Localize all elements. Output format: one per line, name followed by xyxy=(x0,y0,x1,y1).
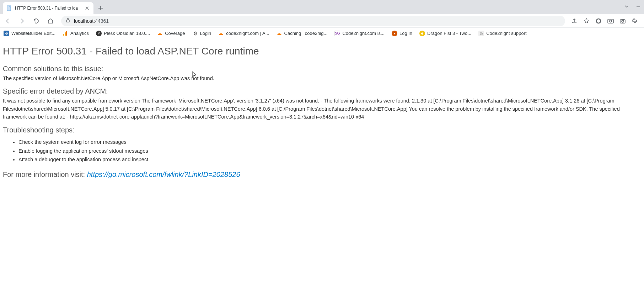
bookmark-item[interactable]: ◎Code2night support xyxy=(478,31,526,36)
common-solutions-text: The specified version of Microsoft.NetCo… xyxy=(3,74,641,82)
troubleshooting-step: Attach a debugger to the application pro… xyxy=(18,155,641,164)
tab-strip: HTTP Error 500.31 - Failed to loa xyxy=(0,0,644,14)
svg-point-2 xyxy=(596,19,601,23)
lens-icon[interactable] xyxy=(607,17,614,25)
svg-point-6 xyxy=(622,20,624,22)
tab-favicon xyxy=(6,5,12,11)
toolbar-right xyxy=(571,17,641,25)
bookmark-label: Analytics xyxy=(70,31,89,36)
minimize-icon[interactable] xyxy=(636,4,640,10)
bookmark-item[interactable]: Login xyxy=(192,31,211,36)
address-bar[interactable]: localhost:44361 xyxy=(61,16,565,26)
bookmark-item[interactable]: Coverage xyxy=(157,31,185,36)
bookmark-label: Code2night support xyxy=(486,31,526,36)
specific-error-text: It was not possible to find any compatib… xyxy=(3,97,641,121)
camera-icon[interactable] xyxy=(619,17,626,25)
bookmark-label: Code2night.com is... xyxy=(342,31,385,36)
svg-rect-1 xyxy=(66,20,69,22)
bookmark-item[interactable]: Analytics xyxy=(63,31,89,36)
svg-rect-10 xyxy=(66,31,67,36)
extension-circle-icon[interactable] xyxy=(595,17,602,25)
back-button[interactable] xyxy=(3,16,13,26)
bookmark-label: Login xyxy=(200,31,211,36)
tab-search-icon[interactable] xyxy=(624,4,629,10)
nav-buttons xyxy=(3,16,55,26)
common-solutions-heading: Common solutions to this issue: xyxy=(3,65,641,73)
svg-point-4 xyxy=(610,20,612,22)
forward-button[interactable] xyxy=(17,16,27,26)
window-controls xyxy=(624,0,644,14)
more-info: For more information visit: https://go.m… xyxy=(3,171,641,179)
bookmark-label: Log In xyxy=(399,31,412,36)
svg-rect-7 xyxy=(622,19,624,20)
tab-close-icon[interactable] xyxy=(84,5,90,11)
bookmark-icon: P xyxy=(96,31,102,36)
bookmark-label: Coverage xyxy=(165,31,185,36)
bookmark-item[interactable]: ●Log In xyxy=(392,31,412,36)
url-host: localhost:44361 xyxy=(74,18,109,24)
more-info-label: For more information visit: xyxy=(3,171,87,178)
specific-error-heading: Specific error detected by ANCM: xyxy=(3,87,641,95)
bookmark-label: Plesk Obsidian 18.0.... xyxy=(104,31,150,36)
tab-title: HTTP Error 500.31 - Failed to loa xyxy=(15,6,81,11)
bookmark-item[interactable]: Caching | code2nig... xyxy=(277,31,328,36)
bookmark-item[interactable]: ☻Dragon Fist 3 - Two... xyxy=(419,31,471,36)
bookmark-star-icon[interactable] xyxy=(583,17,590,25)
bookmark-icon: ● xyxy=(392,31,397,36)
browser-tab[interactable]: HTTP Error 500.31 - Failed to loa xyxy=(3,2,93,14)
svg-rect-0 xyxy=(7,6,11,11)
share-icon[interactable] xyxy=(571,17,578,25)
bookmark-icon xyxy=(218,31,224,36)
lock-icon xyxy=(65,18,70,24)
bookmark-icon xyxy=(192,31,198,36)
bookmark-label: Caching | code2nig... xyxy=(284,31,328,36)
bookmark-icon: ⚙ xyxy=(4,31,9,36)
svg-rect-3 xyxy=(608,19,613,23)
new-tab-button[interactable] xyxy=(96,3,106,13)
browser-toolbar: localhost:44361 xyxy=(0,14,644,28)
bookmark-icon: ☻ xyxy=(419,31,425,36)
bookmark-item[interactable]: SGCode2night.com is... xyxy=(334,31,385,36)
bookmark-label: Dragon Fist 3 - Two... xyxy=(427,31,471,36)
svg-rect-8 xyxy=(63,34,64,36)
bookmark-icon: SG xyxy=(334,31,340,36)
bookmark-item[interactable]: PPlesk Obsidian 18.0.... xyxy=(96,31,150,36)
bookmark-icon: ◎ xyxy=(478,31,484,36)
home-button[interactable] xyxy=(45,16,55,26)
page-content: HTTP Error 500.31 - Failed to load ASP.N… xyxy=(0,39,644,185)
more-info-link[interactable]: https://go.microsoft.com/fwlink/?LinkID=… xyxy=(87,171,240,178)
troubleshooting-step: Enable logging the application process' … xyxy=(18,147,641,156)
error-heading: HTTP Error 500.31 - Failed to load ASP.N… xyxy=(3,46,641,57)
bookmark-label: WebsiteBuilder Edit... xyxy=(11,31,55,36)
bookmark-item[interactable]: code2night.com | A... xyxy=(218,31,269,36)
svg-rect-9 xyxy=(65,32,66,36)
reload-button[interactable] xyxy=(31,16,41,26)
extensions-icon[interactable] xyxy=(631,17,638,25)
bookmark-label: code2night.com | A... xyxy=(226,31,269,36)
bookmark-icon xyxy=(63,31,68,36)
bookmark-item[interactable]: ⚙WebsiteBuilder Edit... xyxy=(4,31,55,36)
troubleshooting-step: Check the system event log for error mes… xyxy=(18,138,641,147)
bookmark-icon xyxy=(277,31,282,36)
troubleshooting-list: Check the system event log for error mes… xyxy=(18,138,641,164)
bookmarks-bar: ⚙WebsiteBuilder Edit... Analytics PPlesk… xyxy=(0,28,644,39)
bookmark-icon xyxy=(157,31,163,36)
troubleshooting-heading: Troubleshooting steps: xyxy=(3,126,641,134)
